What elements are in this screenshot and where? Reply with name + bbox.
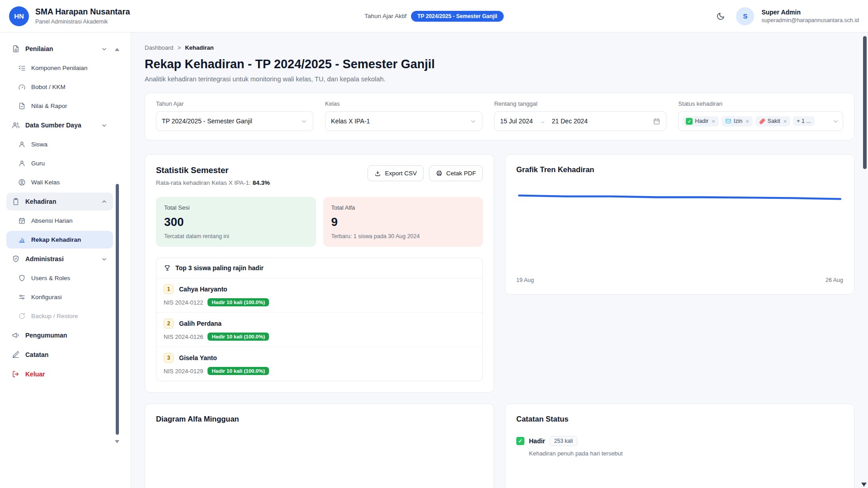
chevron-up-icon bbox=[101, 198, 108, 205]
refresh-icon bbox=[18, 312, 26, 320]
user-icon bbox=[18, 141, 26, 148]
list-item: 2 Galih Perdana NIS 2024-0126 Hadir 10 k… bbox=[156, 313, 482, 347]
filter-label: Kelas bbox=[325, 100, 482, 107]
page-scrollbar-thumb[interactable] bbox=[863, 36, 867, 169]
filter-label: Tahun Ajar bbox=[156, 100, 313, 107]
sidebar-group-kehadiran[interactable]: Kehadiran bbox=[6, 192, 113, 211]
kelas-value: Kelas X IPA-1 bbox=[331, 117, 370, 125]
sidebar-group-administrasi[interactable]: Administrasi bbox=[6, 250, 113, 268]
sidebar-item-guru[interactable]: Guru bbox=[6, 155, 113, 172]
status-tag-label: Hadir bbox=[695, 118, 708, 124]
diagram-alfa-mingguan-card: Diagram Alfa Mingguan bbox=[145, 404, 494, 488]
sidebar-label: Absensi Harian bbox=[31, 217, 108, 224]
user-meta: Super Admin superadmin@harapannusantara.… bbox=[761, 9, 859, 23]
chevron-down-icon bbox=[832, 118, 839, 125]
filter-rentang-tanggal: Rentang tanggal 15 Jul 2024 → 21 Dec 202… bbox=[494, 100, 666, 131]
stats-average: Rata-rata kehadiran Kelas X IPA-1: 84.3% bbox=[156, 179, 270, 186]
stat-label: Total Alfa bbox=[331, 204, 475, 211]
calendar-check-icon bbox=[18, 217, 26, 225]
sidebar-item-users-roles[interactable]: Users & Roles bbox=[6, 269, 113, 287]
breadcrumb-separator: > bbox=[178, 44, 181, 51]
app-title: SMA Harapan Nusantara bbox=[35, 7, 130, 17]
page-title: Rekap Kehadiran - TP 2024/2025 - Semeste… bbox=[145, 57, 854, 71]
sidebar-scrollbar-thumb[interactable] bbox=[116, 184, 119, 435]
sidebar-label: Bobot / KKM bbox=[31, 84, 108, 90]
chevron-down-icon bbox=[101, 122, 108, 129]
sidebar-item-catatan[interactable]: Catatan bbox=[6, 346, 113, 364]
sidebar-item-wali-kelas[interactable]: Wali Kelas bbox=[6, 174, 113, 191]
page-subtitle: Analitik kehadiran terintegrasi untuk mo… bbox=[145, 75, 854, 83]
breadcrumb: Dashboard > Kehadiran bbox=[145, 44, 854, 51]
total-alfa-stat: Total Alfa 9 Terbaru: 1 siswa pada 30 Au… bbox=[323, 197, 483, 247]
date-start: 15 Jul 2024 bbox=[500, 117, 533, 125]
active-year-label: Tahun Ajar Aktif bbox=[364, 13, 406, 19]
users-icon bbox=[12, 121, 20, 129]
sidebar-group-data-sumber-daya[interactable]: Data Sumber Daya bbox=[6, 116, 113, 134]
date-range-picker[interactable]: 15 Jul 2024 → 21 Dec 2024 bbox=[494, 111, 666, 131]
attendance-badge: Hadir 10 kali (100.0%) bbox=[208, 367, 269, 375]
sidebar-item-bobot-kkm[interactable]: Bobot / KKM bbox=[6, 78, 113, 96]
stat-caption: Terbaru: 1 siswa pada 30 Aug 2024 bbox=[331, 233, 475, 239]
remove-tag-icon[interactable]: × bbox=[712, 118, 715, 125]
moon-icon bbox=[716, 12, 725, 21]
status-tag-sakit[interactable]: Sakit × bbox=[755, 116, 790, 127]
export-csv-button[interactable]: Export CSV bbox=[368, 165, 424, 181]
sidebar-item-rekap-kehadiran[interactable]: Rekap Kehadiran bbox=[6, 231, 113, 249]
rank-badge: 2 bbox=[164, 319, 174, 328]
gauge-icon bbox=[18, 83, 26, 91]
stat-value: 9 bbox=[331, 215, 475, 229]
status-tag-izin[interactable]: Izin × bbox=[722, 116, 753, 127]
sidebar-label: Keluar bbox=[25, 371, 108, 378]
attendance-badge: Hadir 10 kali (100.0%) bbox=[208, 298, 269, 306]
status-tag-label: Sakit bbox=[768, 118, 780, 124]
shield-icon bbox=[18, 274, 26, 282]
tahun-ajar-select[interactable]: TP 2024/2025 - Semester Ganjil bbox=[156, 111, 313, 131]
filter-label: Rentang tanggal bbox=[494, 100, 666, 107]
status-label: Hadir bbox=[529, 437, 545, 445]
sidebar-label: Data Sumber Daya bbox=[25, 122, 95, 129]
kelas-select[interactable]: Kelas X IPA-1 bbox=[325, 111, 482, 131]
sidebar-item-siswa[interactable]: Siswa bbox=[6, 136, 113, 153]
sidebar-scroll-down-arrow[interactable] bbox=[115, 440, 119, 443]
breadcrumb-dashboard-link[interactable]: Dashboard bbox=[145, 44, 174, 51]
sidebar-item-konfigurasi[interactable]: Konfigurasi bbox=[6, 288, 113, 306]
student-name: Gisela Yanto bbox=[179, 354, 217, 361]
sidebar-item-backup-restore: Backup / Restore bbox=[6, 307, 113, 325]
cetak-pdf-button[interactable]: Cetak PDF bbox=[429, 165, 483, 181]
list-item: 1 Cahya Haryanto NIS 2024-0122 Hadir 10 … bbox=[156, 278, 482, 313]
sidebar-item-komponen-penilaian[interactable]: Komponen Penilaian bbox=[6, 59, 113, 77]
sidebar-label: Wali Kelas bbox=[31, 179, 108, 186]
filter-status-kehadiran: Status kehadiran ✓ Hadir × Izin × Sakit … bbox=[678, 100, 843, 131]
list-item: 3 Gisela Yanto NIS 2024-0129 Hadir 10 ka… bbox=[156, 347, 482, 381]
sidebar-label: Penilaian bbox=[25, 45, 95, 52]
calendar-icon bbox=[653, 117, 660, 125]
export-csv-label: Export CSV bbox=[385, 170, 417, 177]
sidebar-item-keluar[interactable]: Keluar bbox=[6, 365, 113, 383]
dark-mode-toggle[interactable] bbox=[712, 8, 729, 24]
sidebar-item-nilai-rapor[interactable]: Nilai & Rapor bbox=[6, 97, 113, 115]
clipboard-icon bbox=[12, 197, 20, 206]
sidebar-item-absensi-harian[interactable]: Absensi Harian bbox=[6, 212, 113, 230]
sidebar-label: Pengumuman bbox=[25, 332, 108, 339]
sidebar-item-pengumuman[interactable]: Pengumuman bbox=[6, 326, 113, 344]
printer-icon bbox=[436, 170, 443, 177]
status-tag-hadir[interactable]: ✓ Hadir × bbox=[682, 116, 718, 127]
app-subtitle: Panel Administrasi Akademik bbox=[35, 19, 130, 25]
total-sesi-stat: Total Sesi 300 Tercatat dalam rentang in… bbox=[156, 197, 316, 247]
sidebar-group-penilaian[interactable]: Penilaian bbox=[6, 40, 113, 58]
remove-tag-icon[interactable]: × bbox=[783, 118, 787, 125]
stats-title: Statistik Semester bbox=[156, 165, 270, 175]
sidebar-label: Nilai & Rapor bbox=[31, 103, 108, 109]
top3-panel: Top 3 siswa paling rajin hadir 1 Cahya H… bbox=[156, 258, 483, 381]
status-multiselect[interactable]: ✓ Hadir × Izin × Sakit × + 1 ... bbox=[678, 111, 843, 131]
attendance-badge: Hadir 10 kali (100.0%) bbox=[208, 333, 269, 341]
chart-title: Grafik Tren Kehadiran bbox=[516, 165, 843, 174]
check-icon: ✓ bbox=[516, 437, 524, 445]
catatan-status-title: Catatan Status bbox=[516, 415, 843, 423]
page-scroll-down-arrow[interactable] bbox=[861, 483, 867, 487]
sidebar-label: Komponen Penilaian bbox=[31, 65, 108, 71]
user-avatar[interactable]: S bbox=[736, 7, 754, 25]
remove-tag-icon[interactable]: × bbox=[745, 118, 749, 125]
status-tag-more[interactable]: + 1 ... bbox=[793, 116, 815, 126]
sidebar-scroll-up-arrow[interactable] bbox=[115, 48, 119, 51]
